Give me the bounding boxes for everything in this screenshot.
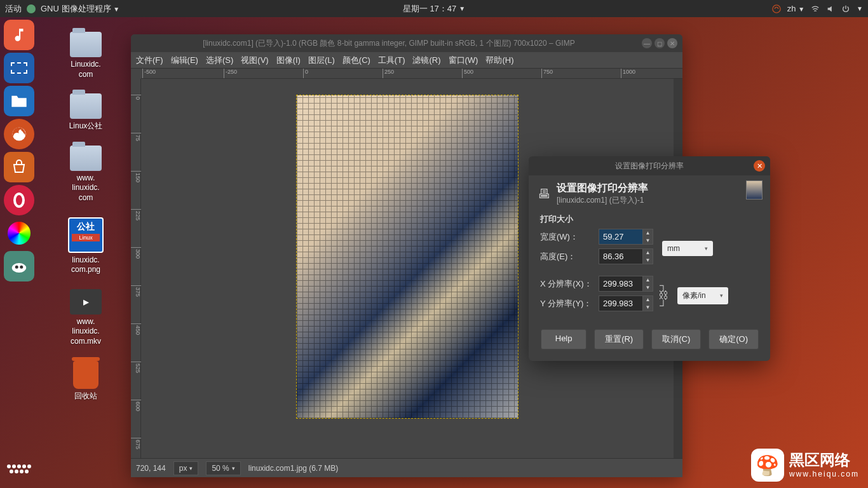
ruler-horizontal[interactable]: -500 -250 0 250 500 750 1000 — [141, 69, 682, 79]
desktop-folder-3[interactable]: www.linuxidc.com — [57, 146, 114, 203]
desktop-icons: Linuxidc.com Linux公社 www.linuxidc.com 公社… — [57, 32, 114, 401]
wifi-icon[interactable] — [811, 4, 820, 13]
menu-layer[interactable]: 图层(L) — [308, 55, 335, 66]
desktop-video[interactable]: ▸www.linuxidc.com.mkv — [57, 289, 114, 347]
app-menu[interactable]: GNU 图像处理程序 ▼ — [41, 3, 119, 15]
dock — [0, 17, 38, 488]
yres-label: Y 分辨率(Y)： — [540, 298, 599, 309]
dock-files[interactable] — [4, 86, 34, 116]
dialog-close-button[interactable]: ✕ — [754, 160, 765, 172]
print-size-label: 打印大小 — [540, 214, 759, 225]
watermark: 🍄 黑区网络 www.heiqu.com — [751, 449, 859, 482]
yres-input[interactable] — [599, 295, 643, 311]
dialog-header: 设置图像打印分辨率 — [557, 182, 648, 195]
dock-colors[interactable] — [4, 218, 34, 248]
svg-point-2 — [12, 263, 27, 273]
dock-show-applications[interactable] — [6, 456, 32, 482]
link-chain-icon[interactable]: ┐⛓┘ — [658, 276, 668, 315]
menu-help[interactable]: 帮助(H) — [485, 55, 513, 66]
dock-music[interactable] — [4, 20, 34, 50]
menu-edit[interactable]: 编辑(E) — [171, 55, 198, 66]
xres-stepper[interactable]: ▲▼ — [643, 276, 653, 292]
dock-screenshot[interactable] — [4, 53, 34, 83]
res-unit-select[interactable]: 像素/in▾ — [677, 287, 728, 304]
system-menu-dropdown-icon[interactable]: ▼ — [857, 5, 863, 12]
height-stepper[interactable]: ▲▼ — [643, 248, 653, 264]
height-label: 高度(E)： — [540, 251, 599, 262]
mushroom-icon: 🍄 — [751, 449, 784, 482]
notification-dropdown-icon[interactable]: ▼ — [459, 5, 465, 12]
gimp-titlebar[interactable]: [linuxidc.com1] (已导入)-1.0 (RGB 颜色 8-bit … — [131, 34, 682, 52]
image-content — [297, 95, 518, 418]
dock-opera[interactable] — [4, 185, 34, 215]
volume-icon[interactable] — [826, 4, 835, 13]
zoom-selector[interactable]: 50 %▾ — [206, 461, 240, 475]
activities-button[interactable]: 活动 — [5, 3, 22, 15]
ime-indicator[interactable]: zh ▼ — [787, 4, 804, 13]
statusbar: 720, 144 px▾ 50 %▾ linuxidc.com1.jpg (6.… — [131, 458, 682, 477]
print-icon: 🖶 — [538, 187, 550, 201]
menu-file[interactable]: 文件(F) — [136, 55, 163, 66]
menu-window[interactable]: 窗口(W) — [449, 55, 478, 66]
cancel-button[interactable]: 取消(C) — [651, 329, 701, 349]
image-thumbnail — [746, 180, 763, 200]
menu-view[interactable]: 视图(V) — [241, 55, 268, 66]
desktop-trash[interactable]: 回收站 — [57, 361, 114, 402]
watermark-url: www.heiqu.com — [789, 470, 859, 478]
yres-stepper[interactable]: ▲▼ — [643, 295, 653, 311]
desktop-folder-1[interactable]: Linuxidc.com — [57, 32, 114, 79]
menu-image[interactable]: 图像(I) — [276, 55, 301, 66]
dialog-title: 设置图像打印分辨率 — [615, 161, 684, 172]
grid-overlay — [297, 95, 518, 418]
ruler-vertical[interactable]: 0 75 150 225 300 375 450 525 600 675 — [131, 79, 141, 458]
watermark-title: 黑区网络 — [789, 451, 859, 470]
reset-button[interactable]: 重置(R) — [594, 329, 644, 349]
width-stepper[interactable]: ▲▼ — [643, 229, 653, 245]
clock[interactable]: 星期一 17：47 — [403, 3, 457, 15]
power-icon[interactable] — [841, 4, 850, 13]
size-unit-select[interactable]: mm▾ — [662, 241, 713, 256]
gimp-menubar: 文件(F) 编辑(E) 选择(S) 视图(V) 图像(I) 图层(L) 颜色(C… — [131, 52, 682, 69]
update-icon[interactable] — [772, 4, 781, 13]
dialog-titlebar[interactable]: 设置图像打印分辨率 ✕ — [529, 156, 770, 175]
unit-selector[interactable]: px▾ — [173, 461, 199, 475]
desktop-folder-2[interactable]: Linux公社 — [57, 93, 114, 132]
desktop-image[interactable]: 公社Linuxlinuxidc.com.png — [57, 217, 114, 275]
height-input[interactable] — [599, 248, 643, 264]
width-input[interactable] — [599, 229, 643, 245]
svg-point-3 — [15, 266, 18, 269]
dialog-subheader: [linuxidc.com1] (已导入)-1 — [557, 195, 648, 206]
top-panel: 活动 GNU 图像处理程序 ▼ 星期一 17：47 ▼ zh ▼ ▼ — [0, 0, 868, 17]
file-info: linuxidc.com1.jpg (6.7 MB) — [248, 464, 338, 473]
menu-tools[interactable]: 工具(T) — [378, 55, 405, 66]
gimp-app-icon — [27, 4, 36, 13]
print-resolution-dialog: 设置图像打印分辨率 ✕ 🖶 设置图像打印分辨率 [linuxidc.com1] … — [529, 156, 770, 361]
help-button[interactable]: Help — [541, 329, 587, 349]
dock-gimp-active[interactable] — [4, 251, 34, 281]
svg-point-4 — [20, 266, 23, 269]
ok-button[interactable]: 确定(O) — [709, 329, 759, 349]
menu-select[interactable]: 选择(S) — [206, 55, 233, 66]
menu-color[interactable]: 颜色(C) — [342, 55, 370, 66]
dock-software[interactable] — [4, 152, 34, 182]
xres-label: X 分辨率(X)： — [540, 278, 599, 290]
menu-filter[interactable]: 滤镜(R) — [412, 55, 440, 66]
image-selection[interactable] — [296, 95, 519, 419]
gimp-title: [linuxidc.com1] (已导入)-1.0 (RGB 颜色 8-bit … — [136, 38, 642, 49]
svg-point-0 — [773, 4, 780, 12]
width-label: 宽度(W)： — [540, 231, 599, 243]
close-button[interactable]: ✕ — [667, 38, 677, 48]
minimize-button[interactable]: — — [642, 38, 652, 48]
xres-input[interactable] — [599, 276, 643, 292]
maximize-button[interactable]: ◻ — [654, 38, 665, 48]
cursor-coords: 720, 144 — [136, 464, 166, 473]
dock-firefox[interactable] — [4, 119, 34, 149]
